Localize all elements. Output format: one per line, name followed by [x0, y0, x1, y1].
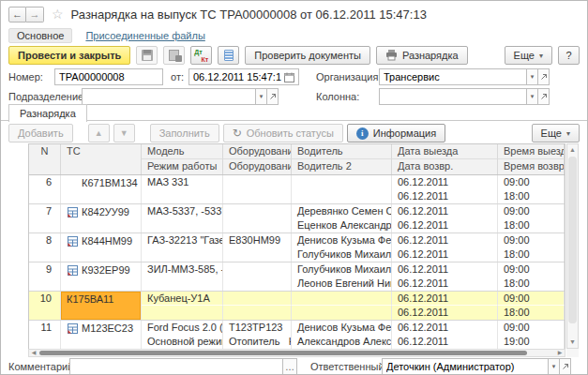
model-cell[interactable]: ГАЗ-32213 "Газел... [142, 233, 223, 248]
model-cell[interactable]: МАЗ-5337, -53371 [142, 204, 223, 218]
equipment1-cell[interactable]: Т123ТР123 [223, 321, 292, 335]
scroll-left-icon[interactable]: ◀ [29, 350, 38, 356]
nav-main[interactable]: Основное [8, 28, 72, 43]
help-button[interactable]: ? [558, 46, 580, 65]
time-back-cell[interactable]: 18:00 [498, 277, 565, 291]
date-out-cell[interactable]: 06.12.2011 [392, 175, 498, 189]
date-back-cell[interactable]: 06.12.2011 [392, 248, 498, 262]
driver1-cell[interactable]: Денисов Кузьма Фе... [292, 233, 392, 248]
header-mode[interactable]: Режим работы ТС [142, 159, 223, 174]
time-out-cell[interactable]: 09:00 [498, 321, 565, 335]
horizontal-scroll-thumb[interactable] [39, 351, 527, 355]
row-number-cell[interactable]: 9 [29, 262, 61, 291]
driver1-cell[interactable]: Деревянко Семен С... [292, 204, 392, 218]
equipment2-cell[interactable] [223, 277, 292, 291]
scroll-down-icon[interactable]: ▼ [567, 337, 578, 348]
print-raznaryadka-button[interactable]: Разнарядка [376, 46, 468, 65]
move-down-button[interactable]: ▼ [113, 124, 135, 142]
row-number-cell[interactable]: 11 [29, 321, 61, 349]
time-back-cell[interactable]: 18:00 [498, 306, 565, 320]
mode-cell[interactable] [142, 306, 223, 320]
add-row-button[interactable]: Добавить [8, 124, 73, 142]
vehicle-cell[interactable]: К932ЕР99 [61, 262, 142, 291]
date-back-cell[interactable]: 06.12.2011 [392, 335, 498, 349]
vertical-scroll-thumb[interactable] [568, 157, 577, 323]
row-number-cell[interactable]: 10 [29, 292, 61, 320]
driver1-cell[interactable] [292, 175, 392, 189]
header-time-out[interactable]: Время выезда [498, 144, 565, 159]
date-back-cell[interactable]: 06.12.2011 [392, 277, 498, 291]
time-back-cell[interactable]: 18:00 [498, 218, 565, 232]
driver2-cell[interactable]: Леонов Евгений Ник... [292, 277, 392, 291]
vehicle-cell[interactable]: К844НМ99 [61, 233, 142, 262]
row-number-cell[interactable]: 6 [29, 175, 61, 203]
equipment2-cell[interactable] [223, 189, 292, 203]
equipment1-cell[interactable] [223, 262, 292, 277]
table-row[interactable]: 6 К671ВМ134 МАЗ 331 06.12.2011 09:00 06.… [29, 175, 565, 204]
equipment2-cell[interactable] [223, 248, 292, 262]
driver1-cell[interactable]: Денисов Кузьма Фе... [292, 321, 392, 335]
model-cell[interactable]: МАЗ 331 [142, 175, 223, 189]
table-row[interactable]: 11 М123ЕС23 Ford Focus 2.0 (4... Т123ТР1… [29, 321, 565, 350]
post-and-close-button[interactable]: Провести и закрыть [8, 46, 130, 65]
equipment1-cell[interactable] [223, 204, 292, 218]
date-out-cell[interactable]: 06.12.2011 [392, 262, 498, 277]
mode-cell[interactable] [142, 248, 223, 262]
vehicle-cell[interactable]: М123ЕС23 [61, 321, 142, 349]
header-driver1[interactable]: Водитель [292, 144, 392, 159]
table-more-button[interactable]: Еще▾ [532, 124, 580, 142]
register-records-button[interactable] [218, 46, 239, 65]
equipment2-cell[interactable]: Отопитель К8... [223, 335, 292, 349]
vertical-scrollbar[interactable]: ▲ ▼ [566, 143, 579, 349]
time-back-cell[interactable]: 19:00 [498, 335, 565, 349]
model-cell[interactable]: ЗИЛ-ММЗ-585, -58... [142, 262, 223, 277]
tab-raznaryadka[interactable]: Разнарядка [8, 104, 87, 122]
header-equipment2[interactable]: Оборудование 2 [223, 159, 292, 174]
date-out-cell[interactable]: 06.12.2011 [392, 321, 498, 335]
mode-cell[interactable] [142, 189, 223, 203]
scroll-right-icon[interactable]: ▶ [555, 350, 565, 356]
row-number-cell[interactable]: 8 [29, 233, 61, 262]
save-button[interactable] [136, 46, 158, 65]
comment-more-button[interactable]: … [282, 358, 297, 375]
model-cell[interactable]: Ford Focus 2.0 (4... [142, 321, 223, 335]
model-cell[interactable]: Кубанец-У1А [142, 292, 223, 306]
vehicle-cell[interactable]: К842УУ99 [61, 204, 142, 232]
equipment2-cell[interactable] [223, 306, 292, 320]
date-back-cell[interactable]: 06.12.2011 [392, 306, 498, 320]
header-time-back[interactable]: Время возвр. [498, 159, 565, 174]
time-back-cell[interactable]: 18:00 [498, 248, 565, 262]
table-row[interactable]: 8 К844НМ99 ГАЗ-32213 "Газел... Е830НМ99 … [29, 233, 565, 262]
responsible-open-button[interactable] [559, 358, 571, 375]
calendar-button[interactable] [281, 69, 297, 84]
driver1-cell[interactable]: Голубчиков Михаил ... [292, 262, 392, 277]
date-out-cell[interactable]: 06.12.2011 [392, 292, 498, 306]
driver2-cell[interactable] [292, 189, 392, 203]
scroll-up-icon[interactable]: ▲ [567, 144, 578, 156]
time-out-cell[interactable]: 09:00 [498, 204, 565, 218]
mode-cell[interactable] [142, 218, 223, 232]
time-out-cell[interactable]: 09:00 [498, 175, 565, 189]
driver2-cell[interactable]: Еценков Александр ... [292, 218, 392, 232]
date-out-cell[interactable]: 06.12.2011 [392, 204, 498, 218]
responsible-input[interactable] [382, 358, 549, 375]
create-based-on-button[interactable] [163, 46, 185, 65]
header-date-back[interactable]: Дата возвр. [392, 159, 498, 174]
table-row[interactable]: 9 К932ЕР99 ЗИЛ-ММЗ-585, -58... Голубчико… [29, 262, 565, 292]
mode-cell[interactable]: Основной режим ... [142, 335, 223, 349]
forward-icon[interactable]: → [26, 7, 44, 22]
header-model[interactable]: Модель [142, 144, 223, 159]
header-equipment1[interactable]: Оборудование 1 [223, 144, 292, 159]
time-out-cell[interactable]: 09:00 [498, 292, 565, 306]
back-icon[interactable]: ← [8, 7, 26, 22]
time-back-cell[interactable]: 18:00 [498, 189, 565, 203]
table-row[interactable]: 7 К842УУ99 МАЗ-5337, -53371 Деревянко Се… [29, 204, 565, 233]
number-input[interactable] [54, 68, 163, 85]
fill-button[interactable]: Заполнить [150, 124, 219, 142]
header-driver2[interactable]: Водитель 2 [292, 159, 392, 174]
organization-open-button[interactable] [537, 68, 550, 85]
dtkt-button[interactable]: ДтКт [190, 46, 212, 65]
date-back-cell[interactable]: 06.12.2011 [392, 218, 498, 232]
equipment1-cell[interactable]: Е830НМ99 [223, 233, 292, 248]
comment-input[interactable] [69, 358, 283, 375]
